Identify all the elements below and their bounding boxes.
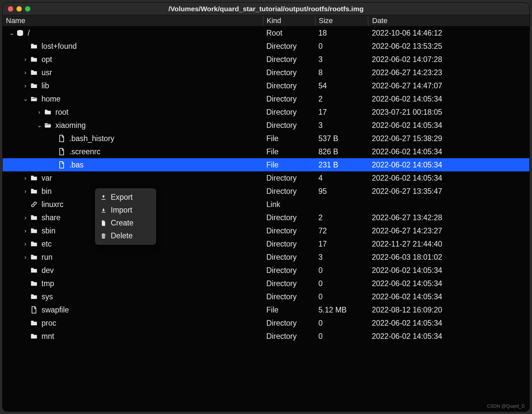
chevron-down-icon[interactable]: ⌄ — [22, 95, 28, 103]
link-icon — [30, 200, 38, 209]
tree-row[interactable]: ›sbinDirectory722022-06-27 14:23:27 — [3, 224, 529, 237]
item-name: .screenrc — [69, 147, 101, 156]
item-name: xiaoming — [55, 121, 86, 130]
import-icon — [100, 207, 107, 214]
tree-row[interactable]: ›optDirectory32022-06-02 14:07:28 — [3, 53, 529, 66]
item-date: 2022-06-27 14:23:23 — [368, 68, 529, 77]
tree-row[interactable]: ›tmpDirectory02022-06-02 14:05:34 — [3, 277, 529, 290]
header-date[interactable]: Date — [368, 16, 529, 25]
header-name[interactable]: Name — [3, 16, 263, 25]
tree-row[interactable]: ›linuxrcLink — [3, 198, 529, 211]
chevron-right-icon[interactable]: › — [22, 241, 28, 248]
chevron-right-icon[interactable]: › — [36, 109, 42, 116]
chevron-right-icon[interactable]: › — [22, 82, 28, 89]
chevron-right-icon[interactable]: › — [22, 188, 28, 195]
item-size: 0 — [315, 266, 368, 275]
item-size: 4 — [315, 174, 368, 183]
tree-row[interactable]: ›swapfileFile5.12 MB2022-08-12 16:09:20 — [3, 303, 529, 316]
item-size: 3 — [315, 55, 368, 64]
item-size: 3 — [315, 253, 368, 262]
tree-row[interactable]: ›libDirectory542022-06-27 14:47:07 — [3, 79, 529, 92]
folder-icon — [30, 213, 38, 222]
item-size: 72 — [315, 226, 368, 235]
chevron-down-icon[interactable]: ⌄ — [36, 122, 42, 129]
tree-row[interactable]: ›mntDirectory02022-06-02 14:05:34 — [3, 330, 529, 343]
tree-row[interactable]: ›devDirectory02022-06-02 14:05:34 — [3, 264, 529, 277]
item-kind: Directory — [263, 292, 315, 301]
tree-row[interactable]: ⌄xiaomingDirectory32022-06-02 14:05:34 — [3, 119, 529, 132]
item-date: 2022-06-02 14:05:34 — [368, 161, 529, 169]
tree-row[interactable]: ›binDirectory952022-06-27 13:35:47 — [3, 185, 529, 198]
item-kind: Directory — [263, 213, 315, 222]
item-kind: File — [263, 306, 315, 314]
folder-open-icon — [44, 121, 52, 130]
item-size: 0 — [315, 279, 368, 288]
chevron-right-icon[interactable]: › — [22, 56, 28, 63]
tree-row[interactable]: ›rootDirectory172023-07-21 00:18:05 — [3, 105, 529, 119]
folder-open-icon — [30, 95, 38, 103]
item-kind: Directory — [263, 253, 315, 262]
item-name: linuxrc — [42, 200, 63, 209]
tree-row[interactable]: ›sysDirectory02022-06-02 14:05:34 — [3, 290, 529, 303]
close-button[interactable] — [8, 6, 13, 12]
item-kind: Directory — [263, 108, 315, 117]
chevron-right-icon[interactable]: › — [22, 227, 28, 234]
tree-row[interactable]: ›etcDirectory172022-11-27 21:44:40 — [3, 237, 529, 251]
item-name: usr — [42, 68, 52, 77]
tree-row[interactable]: ›usrDirectory82022-06-27 14:23:23 — [3, 66, 529, 79]
file-tree[interactable]: ⌄/Root182022-10-06 14:46:12›lost+foundDi… — [3, 26, 529, 411]
folder-icon — [30, 226, 38, 235]
chevron-right-icon[interactable]: › — [22, 175, 28, 182]
item-kind: Link — [263, 200, 315, 209]
tree-row[interactable]: ›.basFile231 B2022-06-02 14:05:34 — [3, 158, 529, 171]
item-date: 2022-06-27 14:47:07 — [368, 81, 529, 90]
folder-icon — [30, 266, 38, 275]
tree-row[interactable]: ›.bash_historyFile537 B2022-06-27 15:38:… — [3, 132, 529, 145]
chevron-right-icon[interactable]: › — [22, 214, 28, 221]
chevron-right-icon[interactable]: › — [22, 254, 28, 261]
tree-row[interactable]: ›lost+foundDirectory02022-06-02 13:53:25 — [3, 40, 529, 53]
item-date: 2022-06-02 14:05:34 — [368, 266, 529, 275]
item-date: 2022-10-06 14:46:12 — [368, 29, 529, 38]
minimize-button[interactable] — [16, 6, 22, 12]
folder-icon — [30, 68, 38, 77]
tree-row[interactable]: ›runDirectory32022-06-03 18:01:02 — [3, 251, 529, 264]
tree-row[interactable]: ›varDirectory42022-06-02 14:05:34 — [3, 171, 529, 185]
context-export[interactable]: Export — [97, 191, 154, 204]
chevron-down-icon[interactable]: ⌄ — [9, 29, 15, 37]
folder-icon — [30, 240, 38, 248]
item-size: 0 — [315, 332, 368, 341]
context-menu: Export Import Create Delete — [95, 189, 156, 245]
item-date: 2022-06-02 13:53:25 — [368, 42, 529, 51]
file-browser-window: /Volumes/Work/quard_star_tutorial/output… — [3, 3, 529, 411]
item-size: 231 B — [315, 161, 368, 169]
item-size: 826 B — [315, 147, 368, 156]
file-icon — [57, 134, 66, 143]
create-icon — [100, 220, 107, 226]
item-kind: Directory — [263, 174, 315, 183]
tree-row[interactable]: ⌄homeDirectory22022-06-02 14:05:34 — [3, 92, 529, 105]
header-kind[interactable]: Kind — [263, 16, 315, 25]
item-kind: Directory — [263, 121, 315, 130]
folder-icon — [30, 319, 38, 327]
folder-icon — [30, 81, 38, 90]
tree-row[interactable]: ⌄/Root182022-10-06 14:46:12 — [3, 26, 529, 40]
item-name: share — [42, 213, 61, 222]
item-kind: Directory — [263, 187, 315, 196]
folder-icon — [44, 108, 52, 116]
tree-row[interactable]: ›shareDirectory22022-06-27 13:42:28 — [3, 211, 529, 224]
header-size[interactable]: Size — [315, 16, 368, 25]
context-create[interactable]: Create — [97, 217, 154, 229]
item-size: 0 — [315, 319, 368, 328]
tree-row[interactable]: ›.screenrcFile826 B2022-06-02 14:05:34 — [3, 145, 529, 158]
chevron-right-icon[interactable]: › — [22, 69, 28, 76]
context-delete[interactable]: Delete — [97, 229, 154, 242]
titlebar[interactable]: /Volumes/Work/quard_star_tutorial/output… — [3, 3, 529, 15]
item-size: 0 — [315, 292, 368, 301]
item-size: 17 — [315, 108, 368, 117]
item-kind: File — [263, 147, 315, 156]
window-title: /Volumes/Work/quard_star_tutorial/output… — [3, 5, 529, 13]
tree-row[interactable]: ›procDirectory02022-06-02 14:05:34 — [3, 316, 529, 330]
context-import[interactable]: Import — [97, 204, 154, 217]
maximize-button[interactable] — [25, 6, 30, 12]
